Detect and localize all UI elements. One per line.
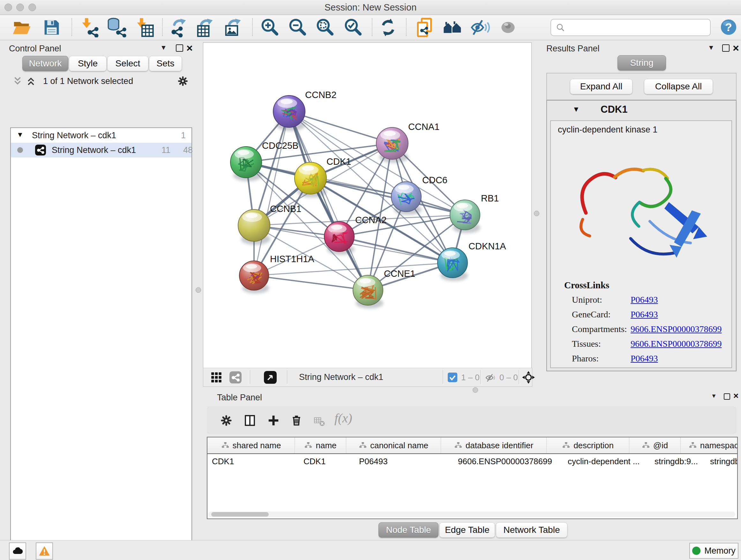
column-header[interactable]: description	[547, 437, 629, 453]
network-edge-HIST1H1A-CCNE1[interactable]	[254, 275, 368, 290]
cell-canonical-name: P06493	[354, 454, 454, 469]
memory-button[interactable]: Memory	[689, 543, 738, 559]
expand-all-button[interactable]: Expand All	[570, 79, 632, 94]
table-panel-close-icon[interactable]: ×	[733, 393, 738, 399]
crosslink-link[interactable]: P06493	[630, 309, 658, 324]
tab-network-table[interactable]: Network Table	[496, 522, 567, 538]
scrollbar-thumb[interactable]	[211, 512, 269, 516]
table-panel-menu-icon[interactable]: ▼	[711, 393, 717, 399]
results-panel-menu-icon[interactable]: ▼	[708, 44, 715, 51]
hide-selected-eye-slash-icon[interactable]	[470, 17, 490, 37]
string-share-icon[interactable]	[229, 371, 242, 383]
tree-collapse-icon[interactable]: ▼	[17, 131, 23, 139]
fit-crosshair-icon[interactable]	[522, 371, 535, 384]
export-network-icon[interactable]	[169, 17, 189, 37]
results-panel-close-icon[interactable]: ×	[733, 45, 739, 51]
column-header[interactable]: name	[295, 437, 346, 453]
selected-checkbox-icon[interactable]	[448, 373, 457, 382]
create-column-plus-icon[interactable]	[267, 414, 280, 427]
network-options-gear-icon[interactable]	[177, 75, 189, 87]
refresh-view-icon[interactable]	[378, 17, 398, 37]
column-header[interactable]: @id	[629, 437, 681, 453]
crosslink-link[interactable]: P06493	[630, 354, 658, 368]
import-network-file-icon[interactable]	[79, 17, 99, 37]
network-edge-count: 48	[183, 145, 193, 155]
save-session-icon[interactable]	[42, 17, 62, 37]
birdseye-grid-icon[interactable]	[210, 371, 222, 383]
control-panel-float-icon[interactable]	[176, 44, 183, 52]
left-splitter-handle[interactable]	[196, 287, 201, 293]
show-selected-eye-icon[interactable]	[498, 17, 518, 37]
crosslink-link[interactable]: 9606.ENSP00000378699	[630, 324, 722, 339]
zoom-fit-content-icon[interactable]	[315, 17, 335, 37]
open-session-icon[interactable]	[12, 17, 31, 37]
delete-columns-trash-icon[interactable]	[290, 414, 303, 427]
network-edge-CCNA2-CDKN1A[interactable]	[339, 237, 453, 263]
export-image-icon[interactable]	[224, 17, 244, 37]
column-type-icon	[454, 441, 462, 449]
warning-button[interactable]	[36, 543, 53, 560]
network-node-CDKN1A[interactable]: CDKN1A	[437, 241, 506, 281]
column-label: namespace	[700, 441, 738, 450]
column-header[interactable]: canonical name	[346, 437, 441, 453]
control-panel-close-icon[interactable]: ×	[186, 45, 193, 51]
network-tree-root-row[interactable]: ▼ String Network – cdk1 1	[11, 128, 192, 143]
delete-table-icon[interactable]	[313, 415, 326, 427]
hidden-eye-slash-icon[interactable]	[485, 372, 496, 383]
network-node-CDK1[interactable]: CDK1	[294, 157, 351, 198]
open-in-new-window-icon[interactable]	[264, 371, 277, 384]
tab-style[interactable]: Style	[69, 56, 107, 71]
collapse-all-chevron-icon[interactable]	[12, 76, 23, 86]
window-title: Session: New Session	[0, 0, 741, 15]
search-input[interactable]	[569, 21, 708, 34]
window-close-icon[interactable]	[4, 3, 12, 11]
tab-string[interactable]: String	[617, 55, 666, 71]
column-header[interactable]: shared name	[207, 437, 295, 453]
zoom-in-icon[interactable]	[260, 17, 280, 37]
tab-select[interactable]: Select	[107, 56, 148, 71]
tab-edge-table[interactable]: Edge Table	[440, 522, 495, 538]
help-icon[interactable]: ?	[720, 18, 738, 36]
window-zoom-icon[interactable]	[28, 3, 36, 11]
network-tree-child-row[interactable]: String Network – cdk1 11 48	[11, 143, 192, 158]
expand-all-chevron-icon[interactable]	[25, 76, 37, 86]
tab-node-table[interactable]: Node Table	[379, 522, 439, 538]
zoom-out-icon[interactable]	[287, 17, 307, 37]
new-network-from-selection-icon[interactable]	[414, 17, 434, 37]
crosslink-link[interactable]: P06493	[630, 295, 658, 309]
results-panel-float-icon[interactable]	[722, 44, 730, 52]
network-node-CCNE1[interactable]: CCNE1	[353, 268, 415, 308]
network-node-CDC25B[interactable]: CDC25B	[230, 140, 298, 181]
node-label-HIST1H1A: HIST1H1A	[270, 254, 314, 264]
table-settings-gear-icon[interactable]	[219, 414, 233, 427]
network-canvas[interactable]: CCNB2CCNA1CDC25BCDK1CDC6RB1CCNB1CCNA2CDK…	[203, 43, 532, 368]
tab-network[interactable]: Network	[22, 56, 68, 71]
show-all-views-houses-icon[interactable]	[443, 17, 462, 37]
zoom-selected-icon[interactable]	[343, 17, 363, 37]
network-node-RB1[interactable]: RB1	[450, 193, 499, 233]
collapse-all-button[interactable]: Collapse All	[644, 79, 713, 94]
cloud-button[interactable]	[9, 543, 26, 560]
table-horizontal-scrollbar[interactable]	[208, 511, 735, 517]
export-table-icon[interactable]	[196, 17, 215, 37]
tab-sets[interactable]: Sets	[149, 56, 182, 71]
crosslink-link[interactable]: 9606.ENSP00000378699	[630, 339, 722, 354]
node-label-CCNA1: CCNA1	[408, 122, 440, 132]
column-header[interactable]: namespace	[681, 437, 738, 453]
show-columns-icon[interactable]	[243, 414, 257, 427]
table-panel-float-icon[interactable]	[724, 393, 730, 400]
function-builder-icon[interactable]: f(x)	[334, 411, 352, 426]
import-network-database-icon[interactable]	[107, 17, 127, 37]
section-collapse-icon[interactable]: ▼	[572, 105, 580, 114]
table-row[interactable]: CDK1 CDK1 P06493 9606.ENSP00000378699 cy…	[207, 454, 737, 469]
network-node-CCNB1[interactable]: CCNB1	[238, 204, 301, 245]
control-panel-menu-icon[interactable]: ▼	[160, 44, 167, 51]
network-node-CCNB2[interactable]: CCNB2	[273, 90, 336, 131]
network-edge-CCNB2-HIST1H1A[interactable]	[254, 111, 289, 275]
window-minimize-icon[interactable]	[16, 3, 24, 11]
network-node-CCNA1[interactable]: CCNA1	[376, 122, 440, 163]
right-splitter-handle[interactable]	[534, 211, 539, 216]
import-table-file-icon[interactable]	[134, 17, 154, 37]
network-edge-CDKN1A-HIST1H1A[interactable]	[254, 263, 453, 275]
column-header[interactable]: database identifier	[441, 437, 547, 453]
